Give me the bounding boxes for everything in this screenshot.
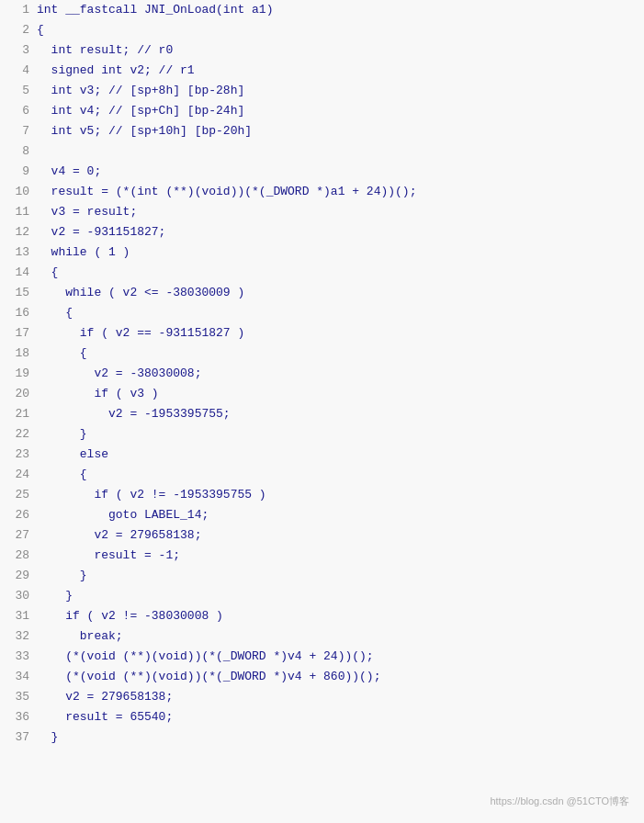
code-line: 13 while ( 1 ) <box>0 242 644 263</box>
code-text: if ( v3 ) <box>37 384 159 404</box>
line-number: 6 <box>4 101 29 121</box>
line-number: 29 <box>4 566 29 586</box>
code-line: 30 } <box>0 586 644 606</box>
code-line: 7 int v5; // [sp+10h] [bp-20h] <box>0 121 644 141</box>
line-number: 12 <box>4 222 29 242</box>
code-line: 33 (*(void (**)(void))(*(_DWORD *)v4 + 2… <box>0 647 644 667</box>
code-line: 27 v2 = 279658138; <box>0 525 644 546</box>
code-text: result = (*(int (**)(void))(*(_DWORD *)a… <box>37 182 416 202</box>
code-text: } <box>37 424 87 445</box>
line-number: 9 <box>4 162 29 182</box>
code-line: 12 v2 = -931151827; <box>0 222 644 242</box>
code-text: } <box>37 727 58 748</box>
code-text: int v5; // [sp+10h] [bp-20h] <box>37 121 252 141</box>
code-text: result = -1; <box>37 546 180 566</box>
code-line: 5 int v3; // [sp+8h] [bp-28h] <box>0 81 644 101</box>
code-line: 24 { <box>0 465 644 485</box>
code-text: if ( v2 != -38030008 ) <box>37 606 223 626</box>
code-line: 28 result = -1; <box>0 546 644 566</box>
code-line: 16 { <box>0 303 644 323</box>
line-number: 4 <box>4 61 29 81</box>
line-number: 25 <box>4 485 29 505</box>
code-line: 4 signed int v2; // r1 <box>0 61 644 81</box>
line-number: 27 <box>4 525 29 546</box>
line-number: 31 <box>4 606 29 626</box>
code-line: 26 goto LABEL_14; <box>0 505 644 525</box>
line-number: 36 <box>4 707 29 727</box>
line-number: 19 <box>4 364 29 384</box>
code-line: 37 } <box>0 727 644 748</box>
code-text: goto LABEL_14; <box>37 505 209 525</box>
code-text: result = 65540; <box>37 707 173 727</box>
line-number: 2 <box>4 20 29 40</box>
code-line: 31 if ( v2 != -38030008 ) <box>0 606 644 626</box>
line-number: 22 <box>4 424 29 445</box>
code-line: 6 int v4; // [sp+Ch] [bp-24h] <box>0 101 644 121</box>
code-line: 32 break; <box>0 626 644 647</box>
code-line: 23 else <box>0 445 644 465</box>
code-text: (*(void (**)(void))(*(_DWORD *)v4 + 860)… <box>37 667 380 687</box>
code-line: 20 if ( v3 ) <box>0 384 644 404</box>
line-number: 11 <box>4 202 29 222</box>
code-text: } <box>37 566 87 586</box>
code-line: 36 result = 65540; <box>0 707 644 727</box>
code-line: 14 { <box>0 263 644 283</box>
watermark: https://blog.csdn @51CTO博客 <box>490 795 629 808</box>
code-text: v2 = 279658138; <box>37 687 173 707</box>
code-line: 2{ <box>0 20 644 40</box>
code-text: { <box>37 263 58 283</box>
line-number: 20 <box>4 384 29 404</box>
line-number: 32 <box>4 626 29 647</box>
code-text: v2 = -931151827; <box>37 222 165 242</box>
code-line: 21 v2 = -1953395755; <box>0 404 644 424</box>
code-text: int __fastcall JNI_OnLoad(int a1) <box>37 0 273 20</box>
line-number: 1 <box>4 0 29 20</box>
code-line: 29 } <box>0 566 644 586</box>
code-text: v2 = -1953395755; <box>37 404 231 424</box>
line-number: 7 <box>4 121 29 141</box>
line-number: 15 <box>4 283 29 303</box>
code-text: v4 = 0; <box>37 162 101 182</box>
code-text: { <box>37 344 87 364</box>
line-number: 24 <box>4 465 29 485</box>
code-text: signed int v2; // r1 <box>37 61 195 81</box>
line-number: 37 <box>4 727 29 748</box>
code-text: while ( 1 ) <box>37 242 130 263</box>
code-text: v3 = result; <box>37 202 137 222</box>
code-line: 11 v3 = result; <box>0 202 644 222</box>
code-text: { <box>37 465 87 485</box>
code-text: v2 = 279658138; <box>37 525 201 546</box>
code-text: while ( v2 <= -38030009 ) <box>37 283 244 303</box>
code-text: if ( v2 == -931151827 ) <box>37 323 244 344</box>
line-number: 16 <box>4 303 29 323</box>
line-number: 10 <box>4 182 29 202</box>
code-text: int result; // r0 <box>37 40 173 61</box>
code-text: v2 = -38030008; <box>37 364 201 384</box>
code-line: 3 int result; // r0 <box>0 40 644 61</box>
code-text: else <box>37 445 108 465</box>
code-line: 10 result = (*(int (**)(void))(*(_DWORD … <box>0 182 644 202</box>
line-number: 3 <box>4 40 29 61</box>
code-line: 1int __fastcall JNI_OnLoad(int a1) <box>0 0 644 20</box>
code-text: if ( v2 != -1953395755 ) <box>37 485 266 505</box>
code-text: (*(void (**)(void))(*(_DWORD *)v4 + 24))… <box>37 647 374 667</box>
line-number: 21 <box>4 404 29 424</box>
code-line: 18 { <box>0 344 644 364</box>
code-line: 9 v4 = 0; <box>0 162 644 182</box>
code-line: 34 (*(void (**)(void))(*(_DWORD *)v4 + 8… <box>0 667 644 687</box>
code-text: { <box>37 303 73 323</box>
line-number: 34 <box>4 667 29 687</box>
code-line: 15 while ( v2 <= -38030009 ) <box>0 283 644 303</box>
code-line: 35 v2 = 279658138; <box>0 687 644 707</box>
code-line: 25 if ( v2 != -1953395755 ) <box>0 485 644 505</box>
code-container: 1int __fastcall JNI_OnLoad(int a1)2{3 in… <box>0 0 644 823</box>
line-number: 14 <box>4 263 29 283</box>
line-number: 18 <box>4 344 29 364</box>
line-number: 28 <box>4 546 29 566</box>
code-text: int v3; // [sp+8h] [bp-28h] <box>37 81 244 101</box>
line-number: 8 <box>4 141 29 162</box>
code-text: { <box>37 20 44 40</box>
line-number: 13 <box>4 242 29 263</box>
code-line: 19 v2 = -38030008; <box>0 364 644 384</box>
code-line: 17 if ( v2 == -931151827 ) <box>0 323 644 344</box>
